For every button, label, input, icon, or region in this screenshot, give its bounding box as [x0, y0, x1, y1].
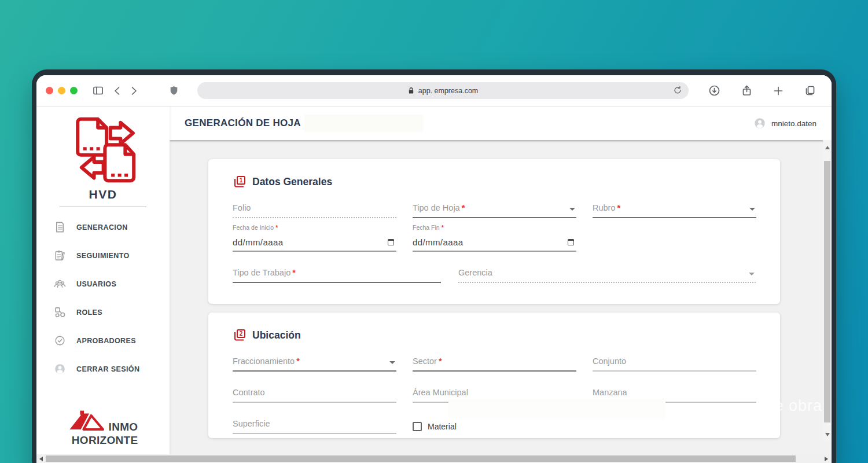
sidebar-item-label: GENERACION [76, 223, 128, 232]
svg-text:2: 2 [240, 330, 243, 337]
field-label: Superficie [233, 419, 270, 428]
required-asterisk: * [275, 224, 278, 231]
required-asterisk: * [442, 224, 444, 231]
contrato-field[interactable]: Contrato [233, 384, 396, 403]
new-tab-icon[interactable] [774, 85, 783, 96]
field-label: Fraccionamiento [233, 357, 295, 366]
scroll-right-arrow[interactable] [825, 457, 828, 461]
chevron-down-icon [749, 273, 755, 275]
sidebar-item-seguimiento[interactable]: SEGUIMIENTO [54, 241, 170, 270]
account-icon [54, 363, 66, 375]
date-placeholder: dd/mm/aaaa [413, 237, 463, 247]
field-label: Fecha Fin [413, 224, 440, 231]
fraccionamiento-select[interactable]: Fraccionamiento* [233, 353, 396, 372]
sidebar-toggle-icon[interactable] [93, 86, 103, 95]
field-label: Tipo de Trabajo [233, 268, 290, 277]
browser-window: app. empresa.com [32, 69, 836, 463]
chevron-down-icon [749, 208, 755, 211]
main-area: GENERACIÓN DE HOJA mnieto.daten [170, 106, 832, 463]
field-label: Manzana [593, 388, 627, 397]
address-bar[interactable]: app. empresa.com [197, 82, 689, 99]
chevron-down-icon [389, 361, 395, 364]
required-asterisk: * [296, 357, 300, 366]
brand-line1: INMO [109, 421, 138, 432]
conjunto-field[interactable]: Conjunto [593, 353, 756, 372]
reload-icon[interactable] [673, 86, 682, 97]
gerencia-select: Gerencia [458, 264, 756, 283]
browser-chrome: app. empresa.com [36, 75, 832, 463]
tipo-de-hoja-select[interactable]: Tipo de Hoja* [413, 200, 576, 218]
field-label: Conjunto [593, 357, 626, 366]
page-header: GENERACIÓN DE HOJA mnieto.daten [170, 106, 832, 140]
field-label: Rubro [593, 203, 616, 212]
tipo-de-trabajo-field[interactable]: Tipo de Trabajo* [233, 264, 441, 283]
fecha-inicio-field[interactable]: Fecha de Inicio* dd/mm/aaaa [233, 223, 396, 252]
forward-button[interactable] [131, 86, 138, 95]
sidebar-item-aprobadores[interactable]: APROBADORES [54, 326, 170, 355]
rubro-select[interactable]: Rubro* [593, 200, 756, 218]
sidebar-item-label: CERRAR SESIÓN [76, 365, 139, 373]
sidebar-item-label: ROLES [76, 308, 102, 317]
field-label: Contrato [233, 388, 265, 397]
checkbox-label: Material [428, 422, 457, 431]
section-2-icon: 2 [233, 328, 247, 342]
calendar-icon[interactable] [568, 239, 574, 245]
scroll-down-arrow[interactable] [825, 433, 830, 436]
section-title: Datos Generales [252, 176, 332, 188]
back-button[interactable] [113, 86, 120, 95]
card-datos-generales: 1 Datos Generales Folio Tipo de Hoja* [208, 159, 780, 304]
sidebar-item-roles[interactable]: ROLES [54, 298, 170, 326]
fecha-fin-field[interactable]: Fecha Fin* dd/mm/aaaa [413, 223, 576, 252]
user-menu[interactable]: mnieto.daten [753, 117, 816, 130]
sidebar-item-cerrar-sesion[interactable]: CERRAR SESIÓN [54, 355, 170, 383]
required-asterisk: * [292, 268, 296, 277]
sidebar-item-label: APROBADORES [76, 337, 136, 345]
sidebar-item-usuarios[interactable]: USUARIOS [54, 270, 170, 298]
calendar-icon[interactable] [388, 239, 394, 245]
required-asterisk: * [617, 203, 621, 212]
section-1-icon: 1 [233, 175, 247, 189]
zoom-window-button[interactable] [70, 87, 78, 94]
badge-check-icon [54, 335, 66, 347]
lock-icon [408, 87, 414, 94]
url-text: app. empresa.com [418, 87, 479, 95]
inmo-horizonte-logo: INMO HORIZONTE [68, 407, 138, 446]
vertical-scrollbar[interactable] [823, 140, 832, 441]
shield-icon[interactable] [170, 86, 178, 95]
scroll-up-arrow[interactable] [825, 146, 830, 149]
vertical-scrollbar-thumb[interactable] [824, 161, 830, 422]
app-page: HVD GENERACION SEGUIMIENTO USUARIOS [36, 106, 832, 463]
tab-overview-icon[interactable] [805, 85, 815, 96]
avatar-icon [753, 117, 766, 130]
superficie-field[interactable]: Superficie [233, 416, 396, 434]
minimize-window-button[interactable] [58, 87, 65, 94]
sidebar-item-generacion[interactable]: GENERACION [54, 213, 170, 241]
scroll-left-arrow[interactable] [39, 457, 43, 461]
section-title: Ubicación [252, 329, 301, 341]
share-icon[interactable] [742, 85, 752, 96]
card-ubicacion: 2 Ubicación Fraccionamiento* Sector* [208, 313, 780, 438]
close-window-button[interactable] [46, 87, 53, 94]
redaction-block [304, 115, 423, 132]
divider [60, 207, 146, 207]
username: mnieto.daten [771, 119, 816, 128]
horizontal-scrollbar-thumb[interactable] [46, 455, 796, 462]
watermark-text: e obra [774, 397, 822, 415]
downloads-icon[interactable] [709, 85, 720, 96]
document-icon [54, 221, 66, 233]
horizontal-scrollbar[interactable] [36, 454, 832, 463]
brand-line2: HORIZONTE [72, 435, 138, 446]
required-asterisk: * [439, 357, 442, 366]
redaction-block [448, 399, 665, 419]
material-checkbox[interactable] [413, 422, 422, 431]
users-icon [54, 278, 66, 290]
sector-field[interactable]: Sector* [413, 353, 576, 372]
sidebar-menu: GENERACION SEGUIMIENTO USUARIOS ROLES [36, 213, 170, 383]
date-placeholder: dd/mm/aaaa [233, 237, 283, 247]
page-title: GENERACIÓN DE HOJA [185, 117, 301, 129]
field-label: Folio [233, 203, 251, 212]
traffic-lights [46, 87, 78, 94]
field-label: Gerencia [458, 268, 492, 277]
sidebar-item-label: SEGUIMIENTO [76, 252, 130, 260]
required-asterisk: * [462, 203, 465, 212]
